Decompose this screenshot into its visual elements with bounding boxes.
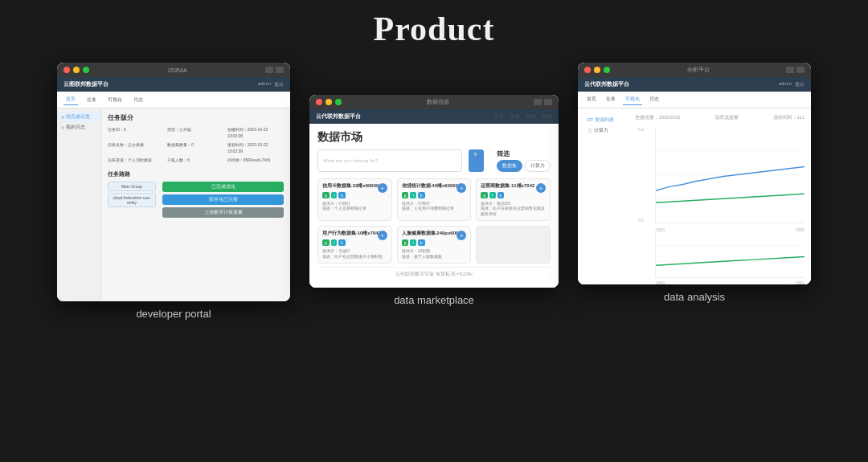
admin-label: admin [258,81,271,88]
dev-info-data-count: 数据集数量：0 [167,142,223,154]
titlebar-icon-1 [265,67,273,73]
dev-nav-home[interactable]: 首页 [63,94,78,105]
card-1-desc: 描述：人化用户消费明细记录 [402,206,467,211]
market-icon-1 [534,99,542,105]
card-2-tag-blue: b [497,192,505,198]
analysis-close-btn[interactable] [584,67,591,73]
dev-sidebar-label-0: 待完成示意 [66,114,90,120]
card-4-tags: g t b [402,239,467,246]
analysis-body: 云代联邦数据平台 admin 退出 首页 任务 可视化 月志 [578,77,811,284]
analysis-sidebar-layout: RT 资源列表 △ 计算力 连接流量：2030/2033 [584,115,805,278]
dev-portal-titlebar: 15354A [57,63,290,77]
data-marketplace-wrapper: 数据信息 云代联邦数据平台 首页 发布 我的 数据 [309,63,559,306]
dev-flow-btn-1[interactable]: 部件化已完善 [162,194,284,205]
sidebar-dot [61,116,64,119]
dev-nav-vis[interactable]: 可视化 [105,95,125,105]
analysis-logout[interactable]: 退出 [795,81,805,88]
dev-portal-header-right: admin 退出 [258,81,284,88]
card-0-btn[interactable]: + [378,183,387,193]
dev-sidebar-item-1[interactable]: 我的月志 [57,122,100,133]
chart-line-2 [656,194,805,202]
analysis-titlebar: 分析平台 [578,63,811,77]
card-1-tag-teal: t [410,192,416,198]
stat-0-label: 连接流量：2030/2033 [635,115,680,121]
market-nav-item-3[interactable]: 数据 [542,113,552,121]
dev-nav-task[interactable]: 任务 [84,95,99,105]
dev-flow-node-0: Main Group [108,182,156,191]
market-logo: 云代联邦数据平台 [316,112,361,121]
page-title: Product [0,0,868,48]
developer-portal-window: 15354A 云图联邦数据平台 admin 退出 [57,63,290,301]
market-nav-item-0[interactable]: 首页 [494,113,504,121]
market-main-title: 数据市场 [317,130,551,145]
analysis-main: 连接流量：2030/2033 顶率流超量 顶转间时：111 [635,115,805,278]
dev-portal-label: developer portal [136,308,211,320]
chart-2-x-1: 1501 [796,280,805,284]
market-card-3: 用户行为数据集·10维x7042 g t b 提供方：引诚行 描述：向户在运营数… [317,226,392,264]
card-3-tag-green: g [322,239,330,246]
market-minimize-btn[interactable] [326,99,332,105]
market-search-btn[interactable]: 🔍 [469,149,484,172]
market-body: 云代联邦数据平台 首页 发布 我的 数据 数据市场 W [309,109,559,288]
analysis-stat-0: 连接流量：2030/2033 [635,115,680,121]
card-4-tag-green: g [402,239,409,246]
analysis-tab-2[interactable]: 可视化 [623,94,642,105]
analysis-label: data analysis [664,291,725,303]
market-close-btn[interactable] [316,99,322,105]
filter-tag-0[interactable]: 数据集 [497,160,522,172]
dev-sidebar-item-0[interactable]: 待完成示意 [57,112,100,122]
analysis-tab-1[interactable]: 任务 [604,94,618,105]
filter-tag-1[interactable]: 计算力 [525,160,551,172]
card-2-tag-green: g [481,192,488,198]
analysis-chart-area: 0.2 0.0 [655,127,805,223]
card-0-tags: g t b [322,192,387,198]
logout-label[interactable]: 退出 [274,81,284,88]
card-0-tag-green: g [322,192,330,198]
market-cards-grid: 信用卡数据集·22维x60000 g t b 提供方：行商行 描述：个人交易明细… [317,178,551,264]
dev-flow-btn-2[interactable]: 上传数字计算器量 [162,207,284,218]
analysis-tab-0[interactable]: 首页 [584,94,599,105]
extra-text: 共同体：95/Result-74/N [227,157,270,162]
y-label-bottom: 0.0 [638,218,644,223]
titlebar-icons [265,67,284,73]
stat-2-label: 顶转间时：111 [773,115,805,121]
create-time-text: 创建时间：2023-10-22 13:00:38 [227,127,268,138]
card-0-tag-blue: b [338,192,346,198]
market-nav-item-2[interactable]: 我的 [526,113,536,121]
search-placeholder: What are you looking for? [323,158,378,163]
market-card-4: 人脸健康数据集·240px60000 g t b 提供方：12初期 描述：基于人… [397,226,472,264]
stat-1-label: 顶率流超量 [714,115,739,121]
card-1-tags: g t b [402,192,467,198]
analysis-tab-3[interactable]: 月志 [647,94,661,105]
card-2-btn[interactable]: + [536,183,546,193]
market-search-input[interactable]: What are you looking for? [317,149,462,172]
card-3-tag-teal: t [331,239,337,246]
market-nav-item-1[interactable]: 发布 [510,113,520,121]
market-card-5 [476,226,551,264]
analysis-icon-2 [796,67,805,73]
dev-flow-left: Main Group cloud-federation-use-entity [108,182,156,218]
dev-nav-log[interactable]: 月志 [131,95,145,105]
dev-info-task-type: 类型：公共版 [167,127,223,139]
card-3-btn[interactable]: + [378,231,387,240]
data-marketplace-window: 数据信息 云代联邦数据平台 首页 发布 我的 数据 [309,95,559,288]
analysis-admin: admin [779,81,792,88]
dev-sidebar: 待完成示意 我的月志 [57,108,101,301]
analysis-maximize-btn[interactable] [604,67,610,73]
analysis-minimize-btn[interactable] [594,67,600,73]
market-titlebar: 数据信息 [309,95,559,109]
market-content: 数据市场 What are you looking for? 🔍 筛选 [309,124,559,288]
dev-portal-body: 云图联邦数据平台 admin 退出 首页 任务 可视化 月志 [57,77,290,301]
analysis-nav: 首页 任务 可视化 月志 [578,92,811,108]
minimize-btn[interactable] [73,67,80,73]
dev-flow-btn-0[interactable]: 已完成优化 [162,182,284,192]
analysis-sidebar-1[interactable]: △ 计算力 [584,125,628,136]
dev-flow-right: 已完成优化 部件化已完善 上传数字计算器量 [162,182,284,218]
analysis-sidebar-0[interactable]: RT 资源列表 [584,115,628,125]
card-4-desc: 描述：基于人脸数据集 [402,254,467,260]
close-btn[interactable] [63,67,70,73]
card-1-tag-green: g [402,192,409,198]
maximize-btn[interactable] [83,67,89,73]
data-analysis-window: 分析平台 云代联邦数据平台 admin 退出 [578,63,811,284]
market-maximize-btn[interactable] [335,99,342,105]
